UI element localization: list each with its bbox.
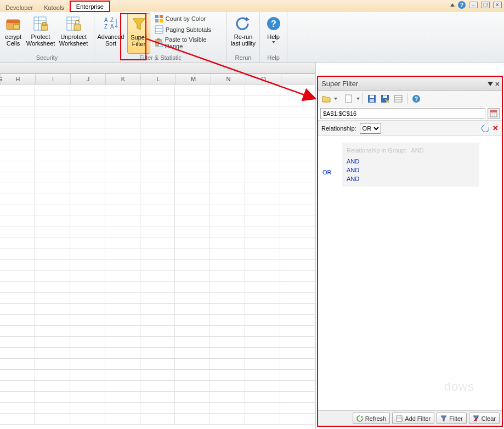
cell[interactable] (70, 106, 105, 117)
cell[interactable] (35, 84, 70, 95)
cell[interactable] (210, 381, 245, 392)
cell[interactable] (70, 403, 105, 414)
open-dropdown-caret[interactable] (334, 98, 337, 100)
cell[interactable] (245, 249, 280, 260)
criteria-and-3[interactable]: AND (347, 174, 475, 183)
cell[interactable] (280, 106, 315, 117)
cell[interactable] (175, 95, 210, 106)
cell[interactable] (70, 370, 105, 381)
cell[interactable] (105, 150, 140, 161)
add-filter-button[interactable]: + Add Filter (392, 413, 434, 424)
cell[interactable] (70, 304, 105, 315)
cell[interactable] (0, 128, 35, 139)
cell[interactable] (175, 304, 210, 315)
cell[interactable] (0, 348, 35, 359)
cell[interactable] (0, 293, 35, 304)
cell[interactable] (175, 315, 210, 326)
cell[interactable] (210, 260, 245, 271)
cell[interactable] (175, 359, 210, 370)
cell[interactable] (105, 106, 140, 117)
cell[interactable] (175, 150, 210, 161)
help-button[interactable]: ? Help (262, 13, 285, 54)
cell[interactable] (105, 172, 140, 183)
cell[interactable] (245, 84, 280, 95)
cell[interactable] (245, 139, 280, 150)
cell[interactable] (245, 348, 280, 359)
cell[interactable] (245, 414, 280, 425)
cell[interactable] (105, 381, 140, 392)
cell[interactable] (280, 282, 315, 293)
cell[interactable] (280, 414, 315, 425)
cell[interactable] (280, 271, 315, 282)
cell[interactable] (105, 315, 140, 326)
cell[interactable] (105, 205, 140, 216)
restore-button[interactable]: ❐ (481, 2, 490, 8)
save-as-button[interactable] (379, 93, 391, 105)
cell[interactable] (0, 381, 35, 392)
cell[interactable] (245, 150, 280, 161)
cell[interactable] (70, 205, 105, 216)
cell[interactable] (280, 161, 315, 172)
cell[interactable] (175, 139, 210, 150)
refresh-button[interactable]: Refresh (353, 413, 390, 424)
cell[interactable] (0, 150, 35, 161)
col-header[interactable]: K (106, 74, 141, 84)
cell[interactable] (280, 205, 315, 216)
cell[interactable] (140, 139, 175, 150)
cell[interactable] (280, 260, 315, 271)
cell[interactable] (140, 304, 175, 315)
cell[interactable] (35, 315, 70, 326)
unprotect-worksheet-button[interactable]: Unprotect Worksheet (57, 13, 90, 54)
cell[interactable] (0, 205, 35, 216)
cell[interactable] (0, 304, 35, 315)
cell[interactable] (70, 392, 105, 403)
new-scenario-button[interactable] (343, 93, 355, 105)
cell[interactable] (0, 238, 35, 249)
cell[interactable] (35, 194, 70, 205)
cell[interactable] (245, 326, 280, 337)
cell[interactable] (35, 249, 70, 260)
cell[interactable] (70, 359, 105, 370)
cell[interactable] (280, 95, 315, 106)
cell[interactable] (140, 381, 175, 392)
cell[interactable] (280, 293, 315, 304)
spreadsheet-grid[interactable]: G H I J K L M N O (0, 63, 316, 429)
tab-kutools[interactable]: Kutools (38, 3, 70, 12)
cell[interactable] (210, 304, 245, 315)
cell[interactable] (245, 128, 280, 139)
cell[interactable] (280, 392, 315, 403)
cell[interactable] (210, 128, 245, 139)
range-picker-button[interactable] (488, 108, 500, 119)
cell[interactable] (175, 117, 210, 128)
cell[interactable] (210, 216, 245, 227)
cell[interactable] (140, 106, 175, 117)
cell[interactable] (280, 348, 315, 359)
cell[interactable] (0, 315, 35, 326)
cell[interactable] (0, 227, 35, 238)
new-dropdown-caret[interactable] (356, 98, 360, 100)
cell[interactable] (0, 161, 35, 172)
cell[interactable] (35, 403, 70, 414)
cell[interactable] (280, 150, 315, 161)
cell[interactable] (140, 128, 175, 139)
cell[interactable] (140, 249, 175, 260)
cell[interactable] (280, 326, 315, 337)
cell[interactable] (35, 128, 70, 139)
cell[interactable] (140, 227, 175, 238)
cell[interactable] (105, 403, 140, 414)
cell[interactable] (140, 282, 175, 293)
cell[interactable] (70, 216, 105, 227)
cell[interactable] (70, 293, 105, 304)
cell[interactable] (280, 139, 315, 150)
cell[interactable] (0, 370, 35, 381)
cell[interactable] (280, 315, 315, 326)
minimize-button[interactable]: – (469, 2, 478, 8)
cell[interactable] (35, 348, 70, 359)
cell[interactable] (210, 139, 245, 150)
cell[interactable] (140, 183, 175, 194)
cell[interactable] (245, 117, 280, 128)
cell[interactable] (175, 260, 210, 271)
cell[interactable] (140, 337, 175, 348)
col-header[interactable]: M (176, 74, 211, 84)
cell[interactable] (70, 348, 105, 359)
